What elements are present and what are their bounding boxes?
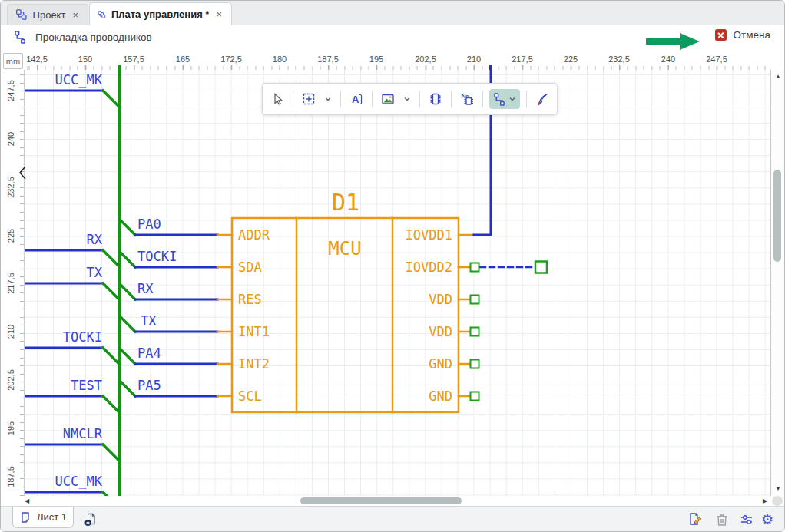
svg-text:PA5: PA5	[137, 378, 161, 393]
toolbar-separator	[482, 91, 483, 107]
text-tool-button[interactable]: A	[347, 90, 366, 108]
delete-button[interactable]	[714, 511, 730, 528]
grid-icon	[301, 91, 316, 107]
v-ruler-minor-ticks	[20, 70, 24, 496]
net-pa4[interactable]: PA4	[120, 345, 217, 364]
schematic-icon	[15, 8, 28, 21]
active-mode-indicator: Прокладка проводников	[13, 29, 152, 45]
net-pa5[interactable]: PA5	[120, 378, 217, 396]
svg-text:INT1: INT1	[238, 324, 270, 339]
net-nmclr-left[interactable]: NMCLR	[24, 426, 120, 461]
net-rx-left[interactable]: RX	[24, 232, 120, 267]
toolbar-separator	[293, 91, 293, 107]
component-d1[interactable]: D1 MCU ADDR SDA RES INT1 INT2 SCL IOVDD1…	[217, 189, 474, 412]
settings-button[interactable]: ⚙	[759, 511, 776, 528]
display-settings-button[interactable]	[738, 511, 755, 528]
toolbar-separator	[526, 91, 527, 107]
chevron-down-icon	[402, 91, 412, 107]
edit-document-button[interactable]	[687, 511, 704, 528]
net-ucc-mk-top[interactable]: UCC_MK	[24, 72, 120, 107]
gear-icon: ⚙	[761, 512, 773, 527]
scroll-down-icon[interactable]: ▼	[771, 486, 785, 492]
component-tool-button[interactable]	[426, 90, 445, 108]
freehand-tool-button[interactable]	[533, 90, 551, 108]
cancel-x-icon[interactable]	[715, 29, 727, 41]
h-tick: 202,5	[415, 55, 436, 64]
svg-text:RX: RX	[87, 232, 103, 247]
net-tocki-right[interactable]: TOCKI	[120, 249, 217, 267]
wire-routing-preview[interactable]	[480, 262, 547, 273]
v-tick: 202,5	[6, 369, 15, 391]
component-numbering-tool-button[interactable]: №	[458, 90, 476, 108]
schematic-canvas[interactable]: UCC_MK RX TX TOCKI	[24, 70, 771, 496]
tab-control-board-label: Плата управления *	[111, 8, 210, 20]
image-tool-dropdown[interactable]	[401, 90, 413, 108]
net-ucc-mk-bottom[interactable]: UCC_MK	[24, 474, 120, 496]
svg-text:PA4: PA4	[137, 345, 161, 361]
grid-tool-dropdown[interactable]	[322, 90, 334, 108]
horizontal-scrollbar[interactable]: ◀ ▶	[1, 496, 784, 506]
tab-project[interactable]: Проект ×	[7, 4, 88, 25]
scroll-left-icon[interactable]: ◀	[25, 497, 29, 504]
chevron-down-icon[interactable]	[508, 91, 517, 107]
svg-text:UCC_MK: UCC_MK	[55, 474, 103, 489]
svg-text:ADDR: ADDR	[238, 227, 270, 243]
sheet-icon	[19, 511, 31, 524]
select-tool-button[interactable]	[268, 90, 287, 108]
component-designator: D1	[332, 189, 359, 216]
editor-area: 247,5 240 232,5 225 217,5 210 202,5 195 …	[1, 70, 784, 496]
net-tx-left[interactable]: TX	[24, 265, 120, 300]
net-test-left[interactable]: TEST	[24, 378, 120, 413]
sliders-icon	[738, 511, 755, 528]
annotation-arrow	[646, 32, 701, 51]
sheet-tab-1[interactable]: Лист 1	[12, 507, 74, 528]
v-tick: 187,5	[6, 466, 15, 487]
component-type-label: MCU	[328, 238, 361, 259]
h-tick: 157,5	[123, 55, 144, 64]
scroll-right-icon[interactable]: ▶	[763, 497, 767, 504]
document-tab-bar: Проект × Плата управления * ×	[1, 1, 784, 25]
svg-text:A: A	[352, 94, 359, 105]
h-tick: 217,5	[512, 55, 533, 64]
tab-control-board[interactable]: Плата управления * ×	[89, 2, 232, 25]
h-tick: 195	[369, 55, 383, 64]
horizontal-scrollbar-thumb[interactable]	[300, 497, 462, 504]
net-rx-right[interactable]: RX	[120, 281, 217, 299]
svg-text:IOVDD1: IOVDD1	[406, 227, 452, 243]
chevron-down-icon	[323, 91, 333, 107]
svg-text:GND: GND	[429, 356, 452, 372]
collapse-panel-button[interactable]	[18, 165, 28, 180]
image-tool-button[interactable]	[379, 90, 397, 108]
tab-project-close-icon[interactable]: ×	[71, 9, 80, 21]
h-tick: 172,5	[220, 55, 242, 64]
mode-toolbar: Прокладка проводников Отмена	[1, 25, 784, 52]
h-tick: 232,5	[608, 55, 630, 64]
svg-text:TX: TX	[87, 265, 103, 280]
net-pa0[interactable]: PA0	[120, 216, 217, 235]
net-tocki-left[interactable]: TOCKI	[24, 329, 120, 365]
add-sheet-button[interactable]	[82, 511, 99, 528]
sheet-bar: Лист 1	[1, 506, 784, 532]
svg-text:PA0: PA0	[137, 216, 161, 232]
wire-tool-button-selected[interactable]	[489, 89, 520, 109]
wire-routing-icon	[492, 91, 508, 107]
svg-text:RES: RES	[238, 292, 262, 307]
h-tick: 210	[467, 55, 481, 64]
v-tick: 240	[6, 132, 15, 146]
vertical-scrollbar[interactable]: ▲ ▼	[770, 70, 785, 496]
h-tick: 180	[273, 55, 287, 64]
svg-text:TX: TX	[141, 313, 157, 329]
image-icon	[380, 91, 396, 107]
v-tick: 232,5	[6, 177, 15, 198]
cancel-action[interactable]: Отмена	[715, 29, 770, 41]
h-tick: 187,5	[317, 55, 339, 64]
net-tx-right[interactable]: TX	[120, 313, 217, 332]
scroll-up-icon[interactable]: ▲	[771, 74, 785, 80]
vertical-scrollbar-thumb[interactable]	[773, 170, 781, 262]
chip-icon	[428, 91, 443, 107]
grid-tool-button[interactable]	[300, 90, 318, 108]
wire-routing-icon	[13, 29, 28, 45]
tab-control-board-close-icon[interactable]: ×	[214, 8, 224, 20]
schematic-drawing: UCC_MK RX TX TOCKI	[24, 70, 771, 496]
text-icon: A	[349, 91, 364, 107]
